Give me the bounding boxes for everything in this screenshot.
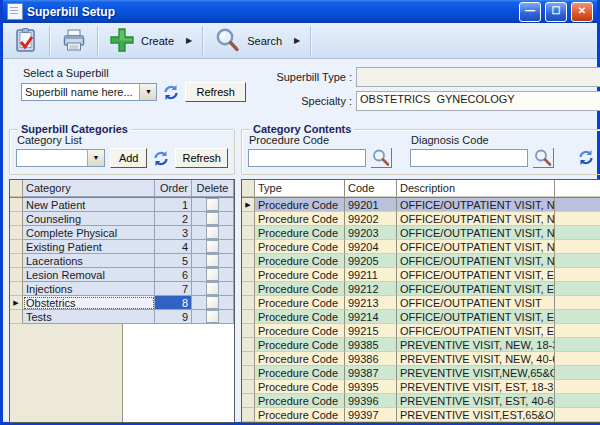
refresh-arrows-icon[interactable] <box>576 149 596 167</box>
category-row[interactable]: Lesion Removal6 <box>10 268 234 282</box>
delete-checkbox[interactable] <box>206 212 219 225</box>
diagnosis-code-input[interactable] <box>410 149 528 167</box>
row-selector[interactable] <box>242 254 255 268</box>
type-cell[interactable]: Procedure Code <box>255 254 345 268</box>
search-button[interactable]: Search ▶ <box>204 26 310 56</box>
description-cell[interactable]: OFFICE/OUTPATIENT VISIT, NEW <box>397 254 555 268</box>
description-cell[interactable]: OFFICE/OUTPATIENT VISIT, EST <box>397 324 555 338</box>
category-cell[interactable]: Tests <box>23 310 155 324</box>
description-cell[interactable]: PREVENTIVE VISIT, NEW, 18-39 <box>397 338 555 352</box>
delete-checkbox[interactable] <box>206 254 219 267</box>
row-selector[interactable] <box>242 268 255 282</box>
procedure-row[interactable]: Procedure Code99215OFFICE/OUTPATIENT VIS… <box>242 324 600 338</box>
row-selector-arrow-icon[interactable]: ▶ <box>10 296 23 310</box>
code-cell[interactable]: 99386 <box>345 352 397 366</box>
procedure-row[interactable]: Procedure Code99205OFFICE/OUTPATIENT VIS… <box>242 254 600 268</box>
procedure-row[interactable]: Procedure Code99213OFFICE/OUTPATIENT VIS… <box>242 296 600 310</box>
type-cell[interactable]: Procedure Code <box>255 226 345 240</box>
code-cell[interactable]: 99205 <box>345 254 397 268</box>
superbill-name-dropdown[interactable]: Superbill name here... ▼ <box>21 83 157 101</box>
category-cell[interactable]: Lesion Removal <box>23 268 155 282</box>
category-row[interactable]: Complete Physical3 <box>10 226 234 240</box>
row-selector[interactable] <box>242 380 255 394</box>
row-selector[interactable] <box>242 296 255 310</box>
category-list-dropdown[interactable]: ▼ <box>16 149 105 167</box>
refresh-arrows-icon[interactable] <box>162 83 180 101</box>
row-selector[interactable] <box>242 310 255 324</box>
search-dropdown-arrow-icon[interactable]: ▶ <box>294 36 300 45</box>
column-header-type[interactable]: Type <box>255 180 345 197</box>
order-cell[interactable]: 4 <box>155 240 192 254</box>
order-cell[interactable]: 3 <box>155 226 192 240</box>
category-row[interactable]: Injections7 <box>10 282 234 296</box>
type-cell[interactable]: Procedure Code <box>255 296 345 310</box>
print-button[interactable] <box>51 26 97 56</box>
order-cell[interactable]: 5 <box>155 254 192 268</box>
type-cell[interactable]: Procedure Code <box>255 198 345 212</box>
description-cell[interactable]: OFFICE/OUTPATIENT VISIT, NEW <box>397 198 555 212</box>
categories-refresh-button[interactable]: Refresh <box>175 148 228 168</box>
code-cell[interactable]: 99396 <box>345 394 397 408</box>
description-cell[interactable]: OFFICE/OUTPATIENT VISIT, EST <box>397 282 555 296</box>
description-cell[interactable]: OFFICE/OUTPATIENT VISIT, NEW <box>397 240 555 254</box>
create-dropdown-arrow-icon[interactable]: ▶ <box>186 36 192 45</box>
order-cell[interactable]: 1 <box>155 198 192 212</box>
procedure-row[interactable]: Procedure Code99387PREVENTIVE VISIT,NEW,… <box>242 366 600 380</box>
row-selector[interactable] <box>10 198 23 212</box>
procedure-row[interactable]: Procedure Code99202OFFICE/OUTPATIENT VIS… <box>242 212 600 226</box>
type-cell[interactable]: Procedure Code <box>255 212 345 226</box>
procedure-row[interactable]: Procedure Code99396PREVENTIVE VISIT, EST… <box>242 394 600 408</box>
delete-checkbox[interactable] <box>206 268 219 281</box>
column-header-code[interactable]: Code <box>345 180 397 197</box>
code-cell[interactable]: 99213 <box>345 296 397 310</box>
order-cell[interactable]: 8 <box>155 296 192 310</box>
maximize-button[interactable]: ☐ <box>545 2 567 22</box>
row-selector-arrow-icon[interactable]: ▶ <box>242 198 255 212</box>
row-selector[interactable] <box>242 366 255 380</box>
order-cell[interactable]: 6 <box>155 268 192 282</box>
code-cell[interactable]: 99203 <box>345 226 397 240</box>
type-cell[interactable]: Procedure Code <box>255 338 345 352</box>
description-cell[interactable]: OFFICE/OUTPATIENT VISIT <box>397 296 555 310</box>
save-button[interactable] <box>3 26 49 56</box>
row-selector[interactable] <box>10 310 23 324</box>
procedure-search-magnifier-icon[interactable] <box>371 148 392 168</box>
category-row[interactable]: Existing Patient4 <box>10 240 234 254</box>
category-cell[interactable]: Complete Physical <box>23 226 155 240</box>
row-selector[interactable] <box>242 212 255 226</box>
row-selector[interactable] <box>242 352 255 366</box>
row-selector[interactable] <box>10 282 23 296</box>
row-selector[interactable] <box>10 254 23 268</box>
category-cell[interactable]: Existing Patient <box>23 240 155 254</box>
procedure-row[interactable]: Procedure Code99397PREVENTIVE VISIT,EST,… <box>242 408 600 422</box>
procedure-row[interactable]: Procedure Code99211OFFICE/OUTPATIENT VIS… <box>242 268 600 282</box>
procedure-row[interactable]: Procedure Code99386PREVENTIVE VISIT, NEW… <box>242 352 600 366</box>
row-selector[interactable] <box>10 268 23 282</box>
type-cell[interactable]: Procedure Code <box>255 324 345 338</box>
code-cell[interactable]: 99212 <box>345 282 397 296</box>
type-cell[interactable]: Procedure Code <box>255 408 345 422</box>
dropdown-arrow-icon[interactable]: ▼ <box>139 84 156 100</box>
description-cell[interactable]: OFFICE/OUTPATIENT VISIT, NEW <box>397 226 555 240</box>
category-row[interactable]: Lacerations5 <box>10 254 234 268</box>
procedure-row[interactable]: Procedure Code99214OFFICE/OUTPATIENT VIS… <box>242 310 600 324</box>
type-cell[interactable]: Procedure Code <box>255 268 345 282</box>
procedure-row[interactable]: Procedure Code99385PREVENTIVE VISIT, NEW… <box>242 338 600 352</box>
category-cell[interactable]: Obstetrics <box>23 296 155 310</box>
row-selector[interactable] <box>242 394 255 408</box>
category-row[interactable]: New Patient1 <box>10 198 234 212</box>
row-selector[interactable] <box>242 338 255 352</box>
category-cell[interactable]: Lacerations <box>23 254 155 268</box>
category-row[interactable]: Tests9 <box>10 310 234 324</box>
column-header-order[interactable]: Order <box>155 180 192 197</box>
description-cell[interactable]: OFFICE/OUTPATIENT VISIT, EST <box>397 268 555 282</box>
procedure-row[interactable]: Procedure Code99212OFFICE/OUTPATIENT VIS… <box>242 282 600 296</box>
column-header-category[interactable]: Category <box>23 180 155 197</box>
row-selector[interactable] <box>242 226 255 240</box>
code-cell[interactable]: 99387 <box>345 366 397 380</box>
delete-checkbox[interactable] <box>206 282 219 295</box>
description-cell[interactable]: PREVENTIVE VISIT, EST, 18-39 <box>397 380 555 394</box>
row-selector[interactable] <box>10 240 23 254</box>
delete-checkbox[interactable] <box>206 226 219 239</box>
type-cell[interactable]: Procedure Code <box>255 282 345 296</box>
